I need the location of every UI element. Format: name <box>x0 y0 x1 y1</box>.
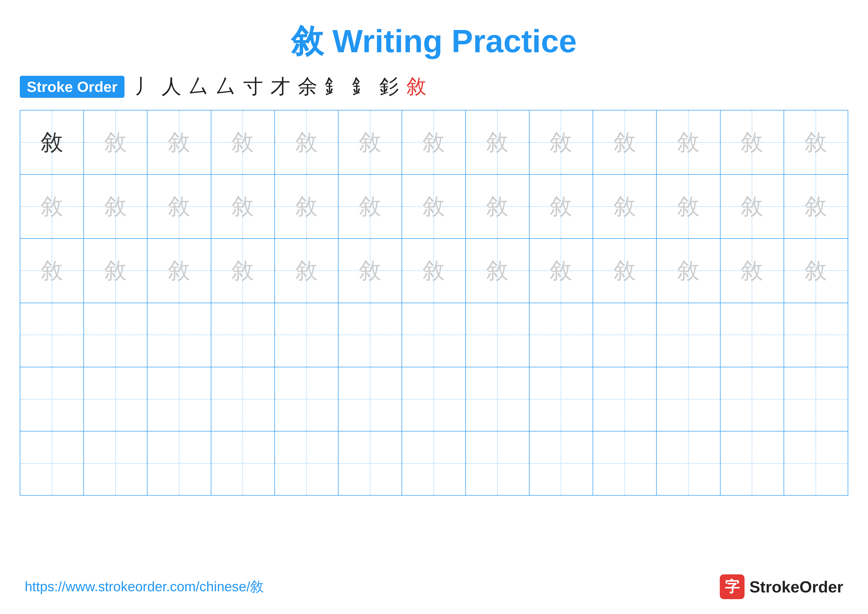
cell-3-10[interactable]: 敘 <box>593 239 657 302</box>
cell-3-2[interactable]: 敘 <box>84 239 147 302</box>
footer: https://www.strokeorder.com/chinese/敘 字 … <box>0 574 868 599</box>
cell-4-1[interactable] <box>20 303 84 367</box>
char-display: 敘 <box>104 256 127 286</box>
cell-4-7[interactable] <box>402 303 466 367</box>
cell-2-9[interactable]: 敘 <box>530 175 593 238</box>
char-display: 敘 <box>359 256 381 286</box>
cell-5-9[interactable] <box>530 367 593 431</box>
stroke-order-badge: Stroke Order <box>20 76 124 98</box>
cell-5-8[interactable] <box>466 367 530 431</box>
cell-5-13[interactable] <box>784 367 848 431</box>
cell-5-1[interactable] <box>20 367 84 431</box>
cell-1-9[interactable]: 敘 <box>530 110 593 174</box>
stroke-3: 厶 <box>189 73 209 100</box>
cell-4-8[interactable] <box>466 303 530 367</box>
char-display: 敘 <box>295 191 318 222</box>
cell-1-2[interactable]: 敘 <box>84 110 147 174</box>
cell-2-2[interactable]: 敘 <box>84 175 147 238</box>
cell-6-1[interactable] <box>20 431 84 495</box>
char-display: 敘 <box>804 191 827 222</box>
cell-1-5[interactable]: 敘 <box>275 110 338 174</box>
cell-1-1[interactable]: 敘 <box>20 110 84 174</box>
cell-6-7[interactable] <box>402 431 466 495</box>
char-display: 敘 <box>677 191 699 222</box>
cell-1-6[interactable]: 敘 <box>338 110 402 174</box>
cell-2-4[interactable]: 敘 <box>211 175 275 238</box>
cell-4-5[interactable] <box>275 303 338 367</box>
stroke-order-section: Stroke Order 丿 人 厶 厶 寸 才 余 釒 釒 釤 敘 <box>0 73 868 100</box>
cell-4-13[interactable] <box>784 303 848 367</box>
char-display: 敘 <box>232 191 254 222</box>
cell-2-6[interactable]: 敘 <box>338 175 402 238</box>
cell-6-4[interactable] <box>211 431 275 495</box>
char-display: 敘 <box>359 127 381 157</box>
stroke-4: 厶 <box>216 73 236 100</box>
cell-3-13[interactable]: 敘 <box>784 239 848 302</box>
cell-3-8[interactable]: 敘 <box>466 239 530 302</box>
cell-6-12[interactable] <box>721 431 784 495</box>
cell-6-8[interactable] <box>466 431 530 495</box>
cell-5-2[interactable] <box>84 367 147 431</box>
cell-5-10[interactable] <box>593 367 657 431</box>
cell-5-3[interactable] <box>147 367 211 431</box>
cell-3-5[interactable]: 敘 <box>275 239 338 302</box>
char-display: 敘 <box>41 191 63 222</box>
cell-3-4[interactable]: 敘 <box>211 239 275 302</box>
cell-5-6[interactable] <box>338 367 402 431</box>
cell-6-11[interactable] <box>657 431 720 495</box>
cell-1-11[interactable]: 敘 <box>657 110 720 174</box>
cell-2-7[interactable]: 敘 <box>402 175 466 238</box>
cell-6-6[interactable] <box>338 431 402 495</box>
cell-3-12[interactable]: 敘 <box>721 239 784 302</box>
cell-6-9[interactable] <box>530 431 593 495</box>
char-display: 敘 <box>232 256 254 286</box>
cell-6-3[interactable] <box>147 431 211 495</box>
cell-5-5[interactable] <box>275 367 338 431</box>
cell-1-7[interactable]: 敘 <box>402 110 466 174</box>
cell-4-10[interactable] <box>593 303 657 367</box>
cell-2-13[interactable]: 敘 <box>784 175 848 238</box>
cell-6-2[interactable] <box>84 431 147 495</box>
char-display: 敘 <box>232 127 254 157</box>
cell-4-6[interactable] <box>338 303 402 367</box>
stroke-7: 余 <box>298 73 318 100</box>
footer-url[interactable]: https://www.strokeorder.com/chinese/敘 <box>25 578 264 596</box>
cell-6-13[interactable] <box>784 431 848 495</box>
title-section: 敘 Writing Practice <box>0 0 868 73</box>
cell-1-3[interactable]: 敘 <box>147 110 211 174</box>
cell-1-13[interactable]: 敘 <box>784 110 848 174</box>
cell-4-4[interactable] <box>211 303 275 367</box>
cell-2-5[interactable]: 敘 <box>275 175 338 238</box>
cell-2-10[interactable]: 敘 <box>593 175 657 238</box>
cell-2-11[interactable]: 敘 <box>657 175 720 238</box>
grid-row-6 <box>20 431 848 495</box>
cell-2-8[interactable]: 敘 <box>466 175 530 238</box>
cell-1-12[interactable]: 敘 <box>721 110 784 174</box>
cell-3-6[interactable]: 敘 <box>338 239 402 302</box>
cell-2-12[interactable]: 敘 <box>721 175 784 238</box>
cell-3-3[interactable]: 敘 <box>147 239 211 302</box>
cell-5-11[interactable] <box>657 367 720 431</box>
cell-5-7[interactable] <box>402 367 466 431</box>
cell-1-4[interactable]: 敘 <box>211 110 275 174</box>
cell-4-12[interactable] <box>721 303 784 367</box>
cell-5-12[interactable] <box>721 367 784 431</box>
cell-1-8[interactable]: 敘 <box>466 110 530 174</box>
cell-4-9[interactable] <box>530 303 593 367</box>
cell-4-3[interactable] <box>147 303 211 367</box>
char-display: 敘 <box>486 191 508 222</box>
cell-3-9[interactable]: 敘 <box>530 239 593 302</box>
cell-3-7[interactable]: 敘 <box>402 239 466 302</box>
cell-4-11[interactable] <box>657 303 720 367</box>
cell-3-11[interactable]: 敘 <box>657 239 720 302</box>
char-display: 敘 <box>741 127 763 157</box>
cell-1-10[interactable]: 敘 <box>593 110 657 174</box>
cell-5-4[interactable] <box>211 367 275 431</box>
cell-2-3[interactable]: 敘 <box>147 175 211 238</box>
cell-6-5[interactable] <box>275 431 338 495</box>
cell-4-2[interactable] <box>84 303 147 367</box>
cell-6-10[interactable] <box>593 431 657 495</box>
cell-3-1[interactable]: 敘 <box>20 239 84 302</box>
cell-2-1[interactable]: 敘 <box>20 175 84 238</box>
char-display: 敘 <box>423 191 445 222</box>
